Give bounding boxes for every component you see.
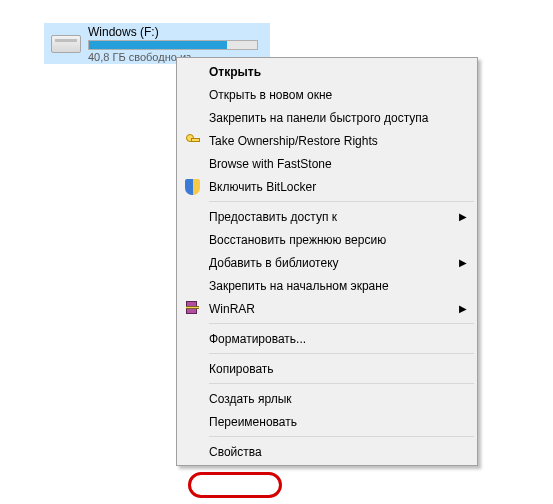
menu-create-shortcut[interactable]: Создать ярлык: [179, 387, 475, 410]
menu-pin-quick-access[interactable]: Закрепить на панели быстрого доступа: [179, 106, 475, 129]
drive-name: Windows (F:): [88, 25, 270, 39]
menu-separator: [209, 383, 474, 384]
menu-copy[interactable]: Копировать: [179, 357, 475, 380]
highlight-ring: [188, 472, 282, 498]
menu-label: Создать ярлык: [209, 392, 292, 406]
menu-label: Предоставить доступ к: [209, 210, 337, 224]
menu-take-ownership[interactable]: Take Ownership/Restore Rights: [179, 129, 475, 152]
menu-properties[interactable]: Свойства: [179, 440, 475, 463]
menu-label: Форматировать...: [209, 332, 306, 346]
menu-label: Включить BitLocker: [209, 180, 316, 194]
chevron-right-icon: ▶: [459, 303, 467, 314]
chevron-right-icon: ▶: [459, 211, 467, 222]
keys-icon: [186, 134, 200, 148]
menu-label: Добавить в библиотеку: [209, 256, 339, 270]
menu-format[interactable]: Форматировать...: [179, 327, 475, 350]
menu-bitlocker[interactable]: Включить BitLocker: [179, 175, 475, 198]
context-menu: Открыть Открыть в новом окне Закрепить н…: [176, 57, 478, 466]
menu-add-to-library[interactable]: Добавить в библиотеку ▶: [179, 251, 475, 274]
menu-restore-previous[interactable]: Восстановить прежнюю версию: [179, 228, 475, 251]
menu-label: Восстановить прежнюю версию: [209, 233, 386, 247]
menu-open[interactable]: Открыть: [179, 60, 475, 83]
menu-label: Закрепить на начальном экране: [209, 279, 389, 293]
menu-label: Открыть в новом окне: [209, 88, 332, 102]
menu-label: WinRAR: [209, 302, 255, 316]
menu-separator: [209, 353, 474, 354]
menu-separator: [209, 201, 474, 202]
chevron-right-icon: ▶: [459, 257, 467, 268]
drive-capacity-fill: [89, 41, 227, 49]
shield-icon: [185, 179, 200, 195]
menu-winrar[interactable]: WinRAR ▶: [179, 297, 475, 320]
menu-rename[interactable]: Переименовать: [179, 410, 475, 433]
winrar-icon: [185, 301, 200, 316]
menu-browse-faststone[interactable]: Browse with FastStone: [179, 152, 475, 175]
menu-grant-access[interactable]: Предоставить доступ к ▶: [179, 205, 475, 228]
menu-label: Свойства: [209, 445, 262, 459]
menu-pin-start[interactable]: Закрепить на начальном экране: [179, 274, 475, 297]
menu-open-new-window[interactable]: Открыть в новом окне: [179, 83, 475, 106]
menu-label: Browse with FastStone: [209, 157, 332, 171]
menu-label: Закрепить на панели быстрого доступа: [209, 111, 429, 125]
menu-label: Открыть: [209, 65, 261, 79]
menu-label: Переименовать: [209, 415, 297, 429]
menu-separator: [209, 436, 474, 437]
menu-label: Take Ownership/Restore Rights: [209, 134, 378, 148]
hard-drive-icon: [44, 23, 88, 64]
menu-label: Копировать: [209, 362, 274, 376]
drive-capacity-bar: [88, 40, 258, 50]
menu-separator: [209, 323, 474, 324]
